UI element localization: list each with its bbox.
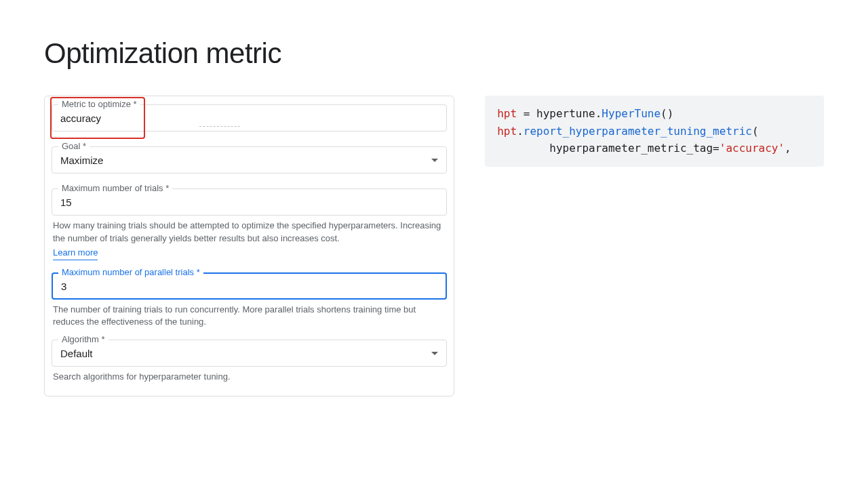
goal-field-wrap: Goal * Maximize — [52, 146, 447, 174]
algorithm-select[interactable]: Default — [52, 340, 447, 367]
code-l3-str: accuracy — [726, 142, 778, 155]
form-panel: Metric to optimize * accuracy Goal * Max… — [44, 96, 454, 396]
connector-line — [199, 126, 240, 127]
max-parallel-helper: The number of training trials to run con… — [53, 304, 446, 329]
code-l3-q2: ' — [778, 142, 785, 155]
code-l3-q1: ' — [719, 142, 726, 155]
metric-label: Metric to optimize * — [58, 99, 140, 109]
page-title: Optimization metric — [44, 37, 824, 70]
code-l1-fn: HyperTune — [601, 107, 660, 120]
code-l2-dot: . — [517, 125, 524, 138]
max-trials-helper: How many training trials should be attem… — [53, 220, 446, 260]
algorithm-helper: Search algorithms for hyperparameter tun… — [53, 371, 446, 384]
learn-more-link[interactable]: Learn more — [53, 247, 98, 260]
code-l3-tail: , — [785, 142, 791, 155]
algorithm-value: Default — [60, 348, 93, 359]
chevron-down-icon — [431, 352, 438, 355]
max-parallel-field-wrap: Maximum number of parallel trials * 3 — [52, 272, 447, 300]
code-l1-rest: = hypertune. — [517, 107, 601, 120]
max-parallel-label: Maximum number of parallel trials * — [58, 267, 203, 277]
max-trials-helper-text: How many training trials should be attem… — [53, 220, 441, 243]
code-l2-tail: ( — [752, 125, 759, 138]
algorithm-field-wrap: Algorithm * Default — [52, 340, 447, 367]
code-panel: hpt = hypertune.HyperTune() hpt.report_h… — [485, 96, 824, 167]
code-l1-tail: () — [660, 107, 673, 120]
code-var-1: hpt — [497, 107, 517, 120]
max-parallel-value: 3 — [61, 281, 66, 292]
max-trials-field-wrap: Maximum number of trials * 15 — [52, 188, 447, 216]
goal-label: Goal * — [58, 141, 90, 151]
metric-field-wrap: Metric to optimize * accuracy — [52, 104, 447, 131]
code-var-2: hpt — [497, 125, 517, 138]
chevron-down-icon — [431, 159, 438, 162]
code-l3-indent: hyperparameter_metric_tag= — [497, 142, 719, 155]
goal-select[interactable]: Maximize — [52, 146, 447, 174]
max-trials-label: Maximum number of trials * — [58, 183, 172, 193]
goal-value: Maximize — [60, 155, 103, 166]
max-trials-value: 15 — [60, 197, 72, 208]
algorithm-label: Algorithm * — [58, 334, 108, 344]
metric-value: accuracy — [60, 113, 101, 124]
code-l2-fn: report_hyperparameter_tuning_metric — [524, 125, 752, 138]
